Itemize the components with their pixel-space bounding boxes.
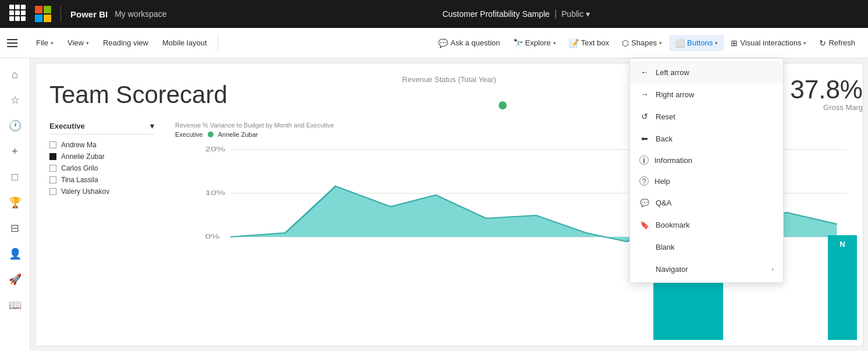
buttons-btn[interactable]: ⬜ Buttons ▾ [669, 35, 724, 51]
right-arrow-label: Right arrow [656, 90, 774, 99]
blank-icon [639, 242, 650, 252]
list-item[interactable]: Andrew Ma [49, 139, 154, 151]
app-grid-icon[interactable] [9, 5, 28, 23]
ask-label: Ask a question [450, 38, 500, 47]
sidebar-learn-icon[interactable]: 🚀 [3, 268, 27, 291]
svg-text:20%: 20% [205, 146, 226, 153]
visibility-toggle[interactable]: Public ▾ [561, 9, 590, 19]
textbox-btn[interactable]: 📝 Text box [563, 35, 615, 51]
reset-icon: ↺ [639, 111, 650, 122]
carlos-checkbox[interactable] [49, 165, 56, 172]
file-caret: ▾ [51, 40, 54, 46]
view-caret: ▾ [86, 40, 89, 46]
visual-interactions-label: Visual interactions [740, 38, 801, 47]
view-label: View [67, 38, 84, 47]
explore-btn[interactable]: 🔭 Explore ▾ [507, 35, 562, 51]
buttons-label: Buttons [687, 38, 713, 47]
tina-name: Tina Lassila [61, 176, 98, 184]
microsoft-logo [35, 6, 51, 22]
blank-label: Blank [656, 243, 774, 251]
bookmark-label: Bookmark [656, 221, 774, 229]
svg-text:0%: 0% [205, 233, 220, 240]
executive-header[interactable]: Executive ▾ [49, 122, 154, 134]
sidebar-recent-icon[interactable]: 🕐 [3, 114, 27, 137]
andrew-name: Andrew Ma [61, 141, 97, 149]
report-name: Customer Profitability Sample [442, 9, 549, 19]
menu-item-reset[interactable]: ↺ Reset [630, 105, 783, 127]
sidebar-people-icon[interactable]: 👤 [3, 242, 27, 265]
shapes-icon: ⬡ [622, 38, 629, 48]
tina-checkbox[interactable] [49, 176, 56, 183]
andrew-checkbox[interactable] [49, 141, 56, 148]
workspace-label[interactable]: My workspace [115, 9, 166, 19]
visual-interactions-btn[interactable]: ⊞ Visual interactions ▾ [725, 35, 812, 51]
file-menu[interactable]: File ▾ [30, 35, 59, 51]
hamburger-menu[interactable] [7, 35, 23, 51]
bookmark-icon: 🔖 [639, 219, 650, 230]
help-label: Help [654, 177, 774, 186]
carlos-name: Carlos Grilo [61, 164, 98, 172]
list-item[interactable]: Annelie Zubar [49, 151, 154, 162]
revenue-status-dot [499, 101, 507, 109]
explore-label: Explore [525, 38, 551, 47]
left-arrow-label: Left arrow [656, 68, 774, 77]
reading-view-btn[interactable]: Reading view [97, 35, 154, 51]
sidebar-workspace-icon[interactable]: ⊟ [3, 217, 27, 240]
qa-label: Q&A [656, 198, 774, 207]
sidebar: ⌂ ☆ 🕐 + □ 🏆 ⊟ 👤 🚀 📖 [0, 58, 30, 351]
gross-number: 37.8% [790, 75, 863, 104]
list-item[interactable]: Tina Lassila [49, 174, 154, 186]
sidebar-create-icon[interactable]: + [3, 140, 27, 163]
mobile-layout-btn[interactable]: Mobile layout [156, 35, 213, 51]
file-label: File [36, 38, 48, 47]
north-label: N [839, 240, 845, 249]
help-icon: ? [639, 176, 649, 186]
revenue-label: Revenue Status (Total Year) [402, 75, 496, 84]
menu-item-qa[interactable]: 💬 Q&A [630, 192, 783, 214]
scorecard-title: Team Scorecard [49, 81, 227, 109]
shapes-label: Shapes [631, 38, 657, 47]
menu-item-right-arrow[interactable]: → Right arrow [630, 83, 783, 105]
menu-item-help[interactable]: ? Help [630, 171, 783, 192]
explore-caret: ▾ [553, 40, 556, 46]
list-item[interactable]: Carlos Grilo [49, 162, 154, 174]
right-arrow-icon: → [639, 89, 650, 100]
menu-item-blank[interactable]: Blank [630, 236, 783, 258]
sidebar-docs-icon[interactable]: 📖 [3, 293, 27, 317]
top-bar: Power BI My workspace Customer Profitabi… [0, 0, 868, 28]
refresh-icon: ↻ [819, 38, 826, 48]
menu-item-back[interactable]: ⬅ Back [630, 127, 783, 150]
menu-item-navigator[interactable]: Navigator › [630, 258, 783, 280]
navigator-label: Navigator [656, 265, 766, 274]
shapes-btn[interactable]: ⬡ Shapes ▾ [616, 35, 668, 51]
view-menu[interactable]: View ▾ [62, 35, 95, 51]
executive-filter: Executive ▾ Andrew Ma Annelie Zubar Carl… [49, 122, 154, 197]
refresh-btn[interactable]: ↻ Refresh [813, 35, 861, 51]
menu-item-left-arrow[interactable]: ← Left arrow [630, 61, 783, 83]
annelie-checkbox[interactable] [49, 153, 56, 160]
textbox-icon: 📝 [569, 38, 579, 48]
sidebar-home-icon[interactable]: ⌂ [3, 63, 27, 86]
powerbi-title: Power BI [70, 9, 108, 19]
ask-question-btn[interactable]: 💬 Ask a question [432, 35, 506, 51]
ribbon-sep1 [218, 34, 218, 52]
sidebar-favorites-icon[interactable]: ☆ [3, 88, 27, 112]
pipe-separator: | [554, 9, 557, 19]
reset-label: Reset [656, 112, 774, 121]
gross-label: Gross Marg [823, 103, 863, 112]
top-divider [61, 6, 61, 22]
buttons-icon: ⬜ [675, 38, 685, 48]
information-label: Information [654, 156, 774, 165]
list-item[interactable]: Valery Ushakov [49, 186, 154, 197]
menu-item-bookmark[interactable]: 🔖 Bookmark [630, 214, 783, 236]
executive-dropdown-icon: ▾ [150, 122, 154, 130]
valery-checkbox[interactable] [49, 188, 56, 195]
menu-item-information[interactable]: i Information [630, 150, 783, 171]
sidebar-apps-icon[interactable]: □ [3, 165, 27, 189]
refresh-label: Refresh [828, 38, 855, 47]
north-bar: N [828, 235, 857, 340]
information-icon: i [639, 155, 649, 165]
sidebar-metrics-icon[interactable]: 🏆 [3, 191, 27, 214]
ask-icon: 💬 [438, 38, 448, 48]
top-bar-center: Customer Profitability Sample | Public ▾ [174, 9, 859, 19]
